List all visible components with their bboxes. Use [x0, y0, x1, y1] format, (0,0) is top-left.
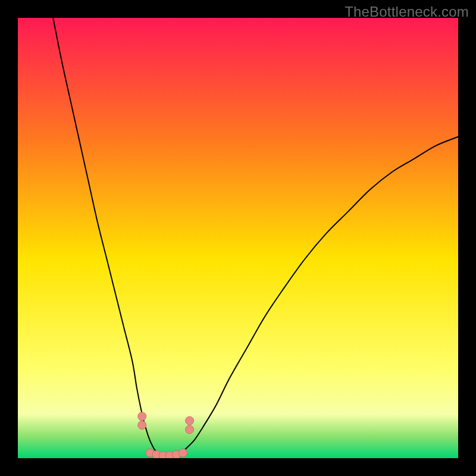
outer-black-frame: TheBottleneck.com: [0, 0, 476, 476]
highlight-point-1: [138, 421, 146, 430]
chart-svg: [18, 18, 458, 458]
highlight-point-8: [186, 425, 194, 434]
gradient-background: [18, 18, 458, 458]
highlight-point-9: [186, 416, 194, 425]
highlight-point-7: [179, 449, 187, 457]
chart-plot-area: [18, 18, 458, 458]
highlight-point-0: [138, 412, 146, 421]
